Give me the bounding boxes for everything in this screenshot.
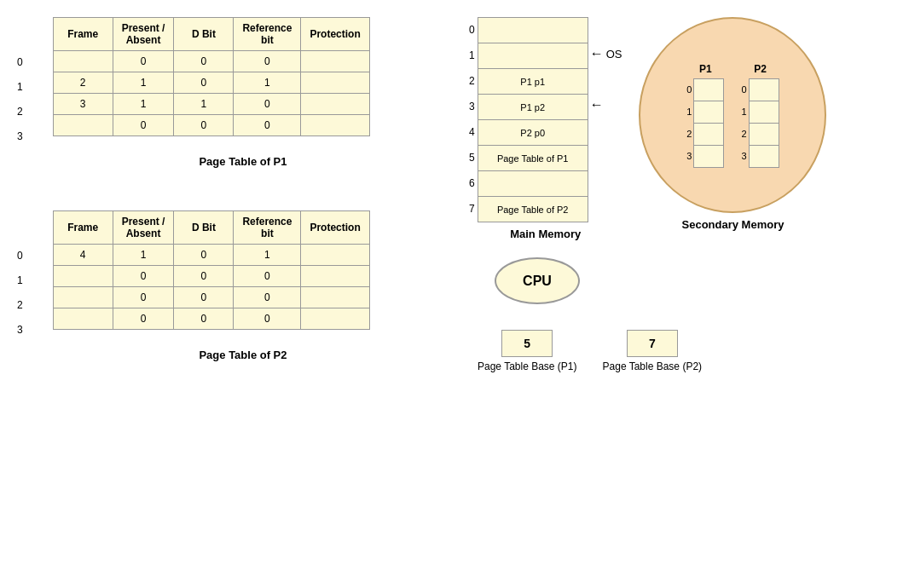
p1-row-1: 2 1 0 1 <box>53 72 369 94</box>
p2-r2-refbit: 0 <box>234 287 301 308</box>
p2-table-with-labels: 0 1 2 3 Frame Present /Absent D Bit Refe… <box>17 210 443 342</box>
sec-p2-table-group: 0 1 2 3 <box>741 78 779 168</box>
p2-row-label-3: 3 <box>17 317 27 342</box>
mem-row-label-0: 0 <box>469 17 478 43</box>
p1-r2-frame: 3 <box>53 94 113 115</box>
p2-r0-refbit: 1 <box>234 245 301 266</box>
p1-header-refbit: Referencebit <box>234 18 301 51</box>
p2-r0-dbit: 0 <box>174 245 234 266</box>
sec-p1-row-labels: 0 1 2 3 <box>686 78 693 167</box>
arrow-left-0: ← <box>590 46 604 61</box>
sec-p2-cell-0 <box>749 78 779 101</box>
ptb-p2-group: 7 Page Table Base (P2) <box>603 330 703 372</box>
p2-header-present: Present /Absent <box>113 211 174 245</box>
p1-r0-dbit: 0 <box>174 51 234 72</box>
p2-r2-protection <box>301 287 369 308</box>
p2-r1-dbit: 0 <box>174 266 234 287</box>
page-table-p2: Frame Present /Absent D Bit Referencebit… <box>53 210 370 330</box>
p2-row-labels: 0 1 2 3 <box>17 243 27 342</box>
arrow-row-1: ← <box>590 92 622 118</box>
memory-section: 0 1 2 3 4 5 6 7 <box>469 17 900 240</box>
sec-p2-rl-0: 0 <box>741 78 748 101</box>
right-side: 0 1 2 3 4 5 6 7 <box>460 0 909 588</box>
p2-row-1: 0 0 0 <box>53 266 369 287</box>
p2-row-label-2: 2 <box>17 292 27 317</box>
mem-cell-4: P2 p0 <box>478 120 588 146</box>
sec-p2-rl-2: 2 <box>741 123 748 145</box>
mem-cell-3: P1 p2 <box>478 95 588 120</box>
p2-row-label-1: 1 <box>17 268 27 292</box>
mem-cell-5: Page Table of P1 <box>478 146 588 171</box>
memory-table-wrapper: 0 1 2 3 4 5 6 7 <box>469 17 622 222</box>
page-table-p1: Frame Present /Absent D Bit Referencebit… <box>53 17 370 136</box>
p1-r0-refbit: 0 <box>234 51 301 72</box>
sec-p2-cell-3 <box>749 145 779 167</box>
sec-p1-cell-2 <box>694 123 724 145</box>
p1-row-3: 0 0 0 <box>53 115 369 136</box>
mem-cell-7: Page Table of P2 <box>478 197 588 222</box>
sec-p1-table-group: 0 1 2 3 <box>686 78 724 168</box>
p1-r1-present: 1 <box>113 72 174 94</box>
page-table-p1-wrapper: 0 1 2 3 Frame Present /Absent D Bit Refe… <box>17 17 443 168</box>
p2-r2-dbit: 0 <box>174 287 234 308</box>
p1-row-label-3: 3 <box>17 124 27 148</box>
p1-header-dbit: D Bit <box>174 18 234 51</box>
page-table-p2-wrapper: 0 1 2 3 Frame Present /Absent D Bit Refe… <box>17 210 443 361</box>
arrow-left-1: ← <box>590 97 604 112</box>
mem-cell-1 <box>478 43 588 69</box>
p2-r1-refbit: 0 <box>234 266 301 287</box>
sec-mem-p1-group: P1 0 1 2 3 <box>686 63 724 168</box>
p1-row-label-1: 1 <box>17 74 27 99</box>
p1-r3-dbit: 0 <box>174 115 234 136</box>
p1-header-present: Present /Absent <box>113 18 174 51</box>
p2-header-dbit: D Bit <box>174 211 234 245</box>
p2-r1-protection <box>301 266 369 287</box>
p2-r1-frame <box>53 266 113 287</box>
p2-r3-protection <box>301 308 369 330</box>
p2-r2-frame <box>53 287 113 308</box>
p1-r0-frame <box>53 51 113 72</box>
p1-r2-present: 1 <box>113 94 174 115</box>
p1-r0-protection <box>301 51 369 72</box>
p1-r3-frame <box>53 115 113 136</box>
sec-p1-rl-2: 2 <box>686 123 693 145</box>
p1-row-label-2: 2 <box>17 99 27 124</box>
p1-r3-present: 0 <box>113 115 174 136</box>
mem-row-1 <box>478 43 588 69</box>
mem-row-label-1: 1 <box>469 43 478 68</box>
p2-row-label-0: 0 <box>17 243 27 268</box>
ptb-p1-group: 5 Page Table Base (P1) <box>478 330 577 372</box>
sec-p2-rl-3: 3 <box>741 145 748 167</box>
os-arrows: ← OS ← <box>590 17 622 118</box>
mem-row-label-5: 5 <box>469 145 478 170</box>
mem-row-4: P2 p0 <box>478 120 588 146</box>
sec-mem-p1-label: P1 <box>686 63 724 75</box>
p2-header-protection: Protection <box>301 211 369 245</box>
p2-header-refbit: Referencebit <box>234 211 301 245</box>
p2-r0-protection <box>301 245 369 266</box>
sec-p2-cell-1 <box>749 101 779 123</box>
secondary-memory-oval: P1 0 1 2 3 <box>639 17 826 213</box>
p2-r3-refbit: 0 <box>234 308 301 330</box>
mem-cell-0 <box>478 18 588 43</box>
sec-p1-cell-1 <box>694 101 724 123</box>
sec-p1-rl-1: 1 <box>686 101 693 123</box>
sec-p1-rl-3: 3 <box>686 145 693 167</box>
p1-row-0: 0 0 0 <box>53 51 369 72</box>
sec-mem-p2-group: P2 0 1 2 3 <box>741 63 779 168</box>
p2-r3-frame <box>53 308 113 330</box>
mem-row-label-6: 6 <box>469 170 478 196</box>
p2-r1-present: 0 <box>113 266 174 287</box>
p1-row-2: 3 1 1 0 <box>53 94 369 115</box>
p2-row-0: 4 1 0 1 <box>53 245 369 266</box>
mem-cell-6 <box>478 171 588 197</box>
arrow-row-0: ← OS <box>590 41 622 66</box>
main-container: 0 1 2 3 Frame Present /Absent D Bit Refe… <box>0 0 909 588</box>
secondary-memory-area: P1 0 1 2 3 <box>639 17 826 231</box>
sec-mem-table-p2 <box>749 78 779 168</box>
p1-header-frame: Frame <box>53 18 113 51</box>
sec-p1-rl-0: 0 <box>686 78 693 101</box>
p1-r1-refbit: 1 <box>234 72 301 94</box>
p1-r1-protection <box>301 72 369 94</box>
page-table-base-section: 5 Page Table Base (P1) 7 Page Table Base… <box>478 330 900 372</box>
